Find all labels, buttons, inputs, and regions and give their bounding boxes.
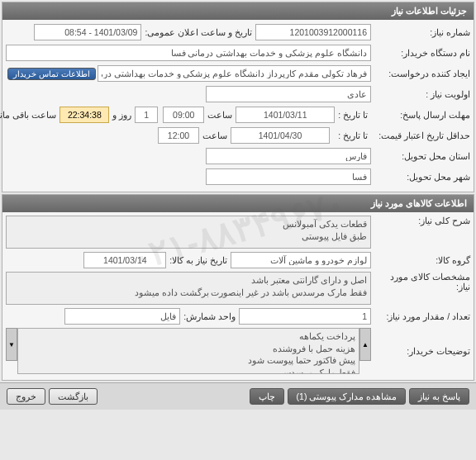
buyer-notes-label: توضیحات خریدار: <box>371 346 470 356</box>
panel1-header: جزئیات اطلاعات نیاز <box>2 2 474 20</box>
time-label-1: ساعت <box>204 110 236 120</box>
announce-label: تاریخ و ساعت اعلان عمومی: <box>141 27 255 37</box>
creator-label: ایجاد کننده درخواست: <box>371 69 470 78</box>
footer-bar: پاسخ به نیاز مشاهده مدارک پیوستی (1) چاپ… <box>0 382 476 410</box>
need-details-panel: جزئیات اطلاعات نیاز شماره نیاز: تاریخ و … <box>2 2 474 192</box>
exit-button[interactable]: خروج <box>7 388 45 405</box>
to-date-label-2: تا تاریخ : <box>330 130 371 140</box>
priority-field <box>206 86 371 102</box>
remain-label: ساعت باقی مانده <box>0 110 60 120</box>
need-date-field <box>83 252 166 268</box>
announce-field <box>34 24 141 40</box>
creator-field <box>98 65 371 82</box>
buyer-notes-field <box>17 328 359 374</box>
scroll-down-icon[interactable]: ▼ <box>6 328 17 361</box>
unit-field <box>64 308 180 325</box>
remain-days-field <box>135 107 158 123</box>
need-date-label: تاریخ نیاز به کالا: <box>166 255 231 265</box>
qty-label: تعداد / مقدار مورد نیاز: <box>371 311 470 321</box>
org-label: نام دستگاه خریدار: <box>371 48 470 58</box>
qty-field <box>239 308 371 325</box>
city-field <box>206 168 371 185</box>
reply-date-field <box>236 107 335 123</box>
days-and-label: روز و <box>109 110 135 120</box>
priority-label: اولویت نیاز : <box>371 89 470 99</box>
time-label-2: ساعت <box>199 130 231 140</box>
remain-time-field <box>60 107 109 123</box>
reply-time-field <box>163 107 204 123</box>
reply-need-button[interactable]: پاسخ به نیاز <box>409 388 469 405</box>
panel2-header: اطلاعات کالاهای مورد نیاز <box>2 195 474 212</box>
need-no-label: شماره نیاز: <box>371 27 470 37</box>
group-label: گروه کالا: <box>371 255 470 265</box>
price-valid-time-field <box>158 127 199 144</box>
spec-field <box>6 272 371 305</box>
goods-info-panel: اطلاعات کالاهای مورد نیاز شرح کلی نیاز: … <box>2 194 474 381</box>
province-label: استان محل تحویل: <box>371 151 470 161</box>
back-button[interactable]: بازگشت <box>49 388 98 405</box>
desc-label: شرح کلی نیاز: <box>371 216 470 225</box>
scroll-up-icon[interactable]: ▲ <box>359 328 371 361</box>
org-field <box>6 45 371 61</box>
view-attachments-button[interactable]: مشاهده مدارک پیوستی (1) <box>288 388 407 405</box>
reply-deadline-label: مهلت ارسال پاسخ: <box>371 110 470 120</box>
group-field <box>231 252 371 268</box>
price-valid-date-field <box>231 127 330 144</box>
contact-buyer-button[interactable]: اطلاعات تماس خریدار <box>7 68 96 80</box>
price-valid-label: حداقل تاریخ اعتبار قیمت: <box>371 130 470 140</box>
to-date-label-1: تا تاریخ : <box>335 110 371 120</box>
city-label: شهر محل تحویل: <box>371 172 470 182</box>
desc-field <box>6 216 371 249</box>
unit-label: واحد شمارش: <box>180 311 239 321</box>
print-button[interactable]: چاپ <box>250 388 284 405</box>
spec-label: مشخصات کالای مورد نیاز: <box>371 272 470 292</box>
need-no-field <box>255 24 371 40</box>
province-field <box>206 148 371 164</box>
